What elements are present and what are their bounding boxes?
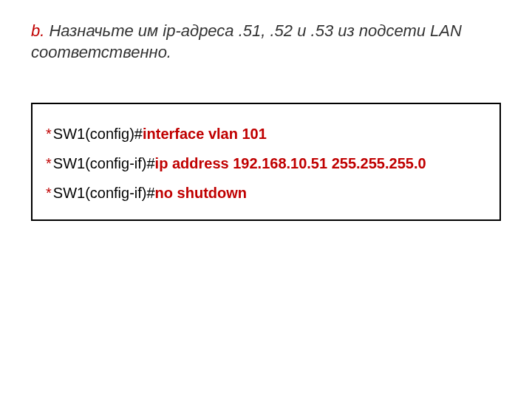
- task-heading: b. Назначьте им ip-адреса .51, .52 и .53…: [31, 21, 501, 63]
- code-line: *SW1(config-if)#no shutdown: [46, 184, 486, 202]
- code-line: *SW1(config-if)#ip address 192.168.10.51…: [46, 154, 486, 172]
- cli-prompt: SW1(config-if)#: [53, 155, 155, 171]
- task-label: b.: [31, 21, 44, 40]
- code-line: *SW1(config)#interface vlan 101: [46, 125, 486, 143]
- bullet-star: *: [46, 184, 52, 202]
- cli-command: interface vlan 101: [143, 126, 267, 142]
- cli-command: ip address 192.168.10.51 255.255.255.0: [155, 155, 426, 171]
- code-box: *SW1(config)#interface vlan 101 *SW1(con…: [31, 103, 501, 221]
- cli-prompt: SW1(config-if)#: [53, 185, 155, 201]
- cli-prompt: SW1(config)#: [53, 126, 143, 142]
- task-text: Назначьте им ip-адреса .51, .52 и .53 из…: [31, 21, 462, 61]
- bullet-star: *: [46, 154, 52, 172]
- cli-command: no shutdown: [155, 185, 247, 201]
- bullet-star: *: [46, 125, 52, 143]
